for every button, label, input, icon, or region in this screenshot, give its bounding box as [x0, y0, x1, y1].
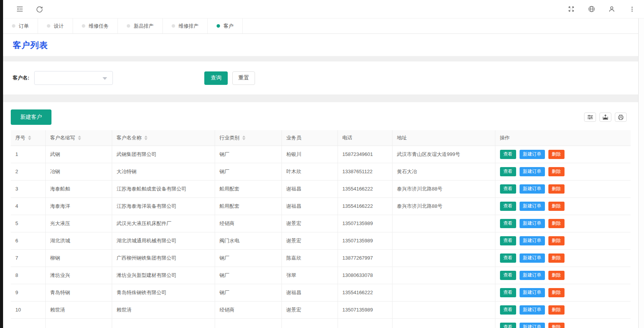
sort-caret-icon[interactable] [144, 136, 147, 140]
delete-button[interactable]: 删除 [548, 253, 565, 263]
delete-button[interactable]: 删除 [548, 150, 565, 159]
customer-name-select[interactable] [34, 71, 113, 85]
page-title: 客户列表 [13, 40, 629, 51]
delete-button[interactable]: 删除 [548, 167, 565, 176]
cell-address [392, 249, 495, 267]
table-row: 10赖世清赖世清经销商谢景宏13507135989查看新建订单删除 [11, 301, 631, 318]
cell-seq: 3 [11, 180, 45, 197]
table-row: 5光大液压武汉光大液压机床配件厂经销商谢景宏13507135989查看新建订单删… [11, 215, 631, 232]
delete-button[interactable]: 删除 [548, 236, 565, 245]
view-button[interactable]: 查看 [500, 271, 516, 280]
more-menu-icon[interactable] [626, 3, 639, 16]
new-order-button[interactable]: 新建订单 [520, 219, 545, 228]
view-button[interactable]: 查看 [500, 184, 516, 194]
cell-address [392, 318, 495, 328]
cell-actions: 查看新建订单删除 [495, 284, 631, 301]
reset-button[interactable]: 重置 [232, 71, 255, 85]
column-header: 客户名缩写 [45, 130, 112, 146]
cell-phone: 13507135989 [338, 215, 392, 232]
cell-address: 泰兴市济川北路88号 [392, 197, 495, 215]
tab-新品排产[interactable]: 新品排产 [118, 18, 163, 33]
new-order-button[interactable]: 新建订单 [520, 167, 545, 176]
scrollbar-track[interactable] [638, 18, 644, 328]
view-button[interactable]: 查看 [500, 305, 516, 315]
cell-industry: 钢厂 [215, 163, 281, 180]
sort-caret-icon[interactable] [28, 136, 31, 140]
view-button[interactable]: 查看 [500, 323, 516, 328]
cell-salesperson: 柏银川 [281, 146, 338, 163]
cell-actions: 查看新建订单删除 [495, 146, 631, 163]
customer-name-label: 客户名: [13, 75, 29, 81]
refresh-icon[interactable] [33, 3, 46, 16]
column-header-label: 电话 [343, 134, 353, 141]
new-order-button[interactable]: 新建订单 [520, 305, 545, 315]
view-button[interactable]: 查看 [500, 150, 516, 159]
new-order-button[interactable]: 新建订单 [520, 288, 545, 297]
tab-dot-icon [127, 24, 130, 28]
tab-设计[interactable]: 设计 [38, 18, 73, 33]
cell-seq: 8 [11, 267, 45, 284]
fullscreen-icon[interactable] [565, 3, 578, 16]
sort-caret-icon[interactable] [78, 136, 81, 140]
view-button[interactable]: 查看 [500, 236, 516, 245]
export-button[interactable] [599, 113, 611, 122]
globe-icon[interactable] [585, 3, 598, 16]
cell-industry: 经销商 [215, 215, 281, 232]
cell-industry: 船用配套 [215, 180, 281, 197]
tab-维修排产[interactable]: 维修排产 [163, 18, 208, 33]
table-row: 8潍坊业兴潍坊业兴新型建材有限公司钢厂张翠13080633078查看新建订单删除 [11, 267, 631, 284]
tab-dot-icon [47, 24, 50, 28]
column-settings-button[interactable] [584, 113, 596, 122]
cell-address [392, 215, 495, 232]
new-order-button[interactable]: 新建订单 [520, 323, 545, 328]
delete-button[interactable]: 删除 [548, 219, 565, 228]
cell-full_name: 武钢集团有限公司 [112, 146, 215, 163]
cell-abbr: 冶钢 [45, 163, 112, 180]
sort-caret-icon[interactable] [242, 136, 245, 140]
new-customer-button[interactable]: 新建客户 [11, 109, 51, 125]
new-order-button[interactable]: 新建订单 [520, 253, 545, 263]
view-button[interactable]: 查看 [500, 202, 516, 211]
tab-dot-icon [12, 24, 15, 28]
new-order-button[interactable]: 新建订单 [520, 236, 545, 245]
delete-button[interactable]: 删除 [548, 323, 565, 328]
cell-actions: 查看新建订单删除 [495, 267, 631, 284]
column-header: 操作 [495, 130, 631, 146]
view-button[interactable]: 查看 [500, 219, 516, 228]
new-order-button[interactable]: 新建订单 [520, 271, 545, 280]
tab-客户[interactable]: 客户 [208, 18, 243, 33]
cell-address [392, 284, 495, 301]
new-order-button[interactable]: 新建订单 [520, 150, 545, 159]
collapsed-sidebar [0, 0, 3, 328]
cell-salesperson [281, 318, 338, 328]
tab-订单[interactable]: 订单 [3, 18, 38, 33]
tab-label: 客户 [223, 23, 233, 30]
cell-actions: 查看新建订单删除 [495, 180, 631, 197]
delete-button[interactable]: 删除 [548, 305, 565, 315]
cell-salesperson: 陈嘉欣 [281, 249, 338, 267]
cell-address: 泰兴市济川北路88号 [392, 180, 495, 197]
view-button[interactable]: 查看 [500, 288, 516, 297]
query-button[interactable]: 查询 [204, 71, 228, 85]
cell-abbr: 赖世清 [45, 301, 112, 318]
new-order-button[interactable]: 新建订单 [520, 184, 545, 194]
table-row: 6湖北洪城湖北洪城通用机械有限公司阀门水电谢景宏13507135989查看新建订… [11, 232, 631, 249]
column-header: 电话 [338, 130, 392, 146]
delete-button[interactable]: 删除 [548, 202, 565, 211]
cell-industry: 阀门水电 [215, 232, 281, 249]
column-header: 地址 [392, 130, 495, 146]
delete-button[interactable]: 删除 [548, 288, 565, 297]
delete-button[interactable]: 删除 [548, 271, 565, 280]
view-button[interactable]: 查看 [500, 253, 516, 263]
menu-fold-icon[interactable] [13, 3, 26, 16]
tab-label: 新品排产 [134, 23, 154, 30]
delete-button[interactable]: 删除 [548, 184, 565, 194]
new-order-button[interactable]: 新建订单 [520, 202, 545, 211]
user-icon[interactable] [605, 3, 618, 16]
view-button[interactable]: 查看 [500, 167, 516, 176]
print-button[interactable] [615, 113, 627, 122]
chevron-down-icon [103, 77, 107, 80]
cell-seq: 4 [11, 197, 45, 215]
tab-维修任务[interactable]: 维修任务 [73, 18, 118, 33]
cell-seq: 10 [11, 301, 45, 318]
